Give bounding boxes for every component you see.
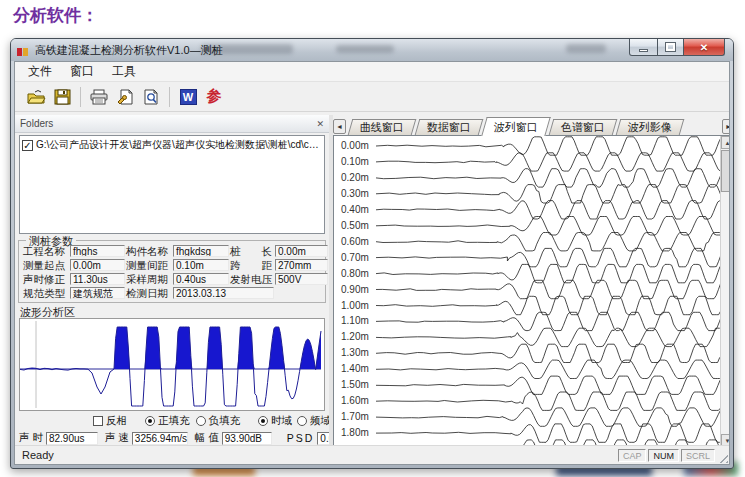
param-field[interactable]: 建筑规范 — [70, 287, 125, 299]
tab-波列窗口[interactable]: 波列窗口 — [481, 117, 550, 136]
client-area: 文件 窗口 工具 — [14, 61, 730, 465]
panel-close-icon[interactable]: ✕ — [316, 119, 324, 129]
status-bar: Ready CAP NUM SCRL — [15, 445, 729, 464]
depth-label: 1.60m — [341, 395, 375, 406]
param-field[interactable]: 0.10m — [173, 259, 229, 271]
toolbar-separator — [80, 87, 81, 107]
analysis-waveform — [20, 319, 324, 410]
tab-label: 波列窗口 — [494, 120, 538, 135]
tab-波列影像[interactable]: 波列影像 — [616, 119, 685, 135]
param-field[interactable]: 0.40us — [173, 273, 229, 285]
radio-negative-fill[interactable] — [196, 416, 206, 426]
maximize-button[interactable] — [657, 39, 684, 56]
invert-checkbox[interactable] — [93, 416, 103, 426]
status-indicators: CAP NUM SCRL — [618, 449, 715, 462]
psd-label: PSD — [287, 432, 315, 444]
param-label: 构件名称 — [126, 245, 172, 257]
save-floppy-icon — [54, 89, 71, 105]
param-label: 桩 长 — [230, 245, 274, 257]
param-label: 工程名称 — [23, 245, 69, 257]
toolbar: W 参 — [15, 82, 729, 112]
radio-time-domain[interactable] — [258, 416, 268, 426]
param-field[interactable]: 2013.03.13 — [173, 287, 274, 299]
radio-freq-domain[interactable] — [297, 416, 307, 426]
export-report-button[interactable] — [112, 85, 138, 109]
toolbar-separator — [169, 87, 170, 107]
display-controls: 反相 正填充 负填充 时域 频域 — [93, 414, 331, 428]
wave-list-plot[interactable]: 0.00m0.10m0.20m0.30m0.40m0.50m0.60m0.70m… — [333, 135, 730, 448]
tree-checkbox[interactable]: ✓ — [22, 140, 33, 151]
save-button[interactable] — [49, 85, 75, 109]
scroll-up-button[interactable]: ▲ — [721, 136, 730, 149]
freq-domain-label: 频域 — [310, 414, 331, 428]
param-field[interactable]: 500V — [275, 273, 328, 285]
param-field[interactable]: 270mm — [275, 259, 328, 271]
wave-path — [376, 264, 720, 282]
tab-scroll-left-button[interactable]: ◄ — [333, 119, 346, 134]
wave-analysis-area[interactable] — [19, 318, 325, 411]
desktop-artifact — [336, 45, 394, 53]
tree-item[interactable]: ✓ G:\公司产品设计开发\超声仪器\超声仪实地检测数据\测桩\cd\cd03\… — [20, 136, 324, 154]
param-label: 规范类型 — [23, 287, 69, 299]
wave-path — [376, 424, 720, 442]
depth-label: 1.20m — [341, 331, 375, 342]
parameters-button[interactable]: 参 — [201, 85, 227, 109]
tree-item-path: G:\公司产品设计开发\超声仪器\超声仪实地检测数据\测桩\cd\cd03\cd… — [36, 138, 322, 152]
param-label: 测量起点 — [23, 259, 69, 271]
sound-time-field[interactable]: 82.90us — [46, 432, 98, 445]
tab-曲线窗口[interactable]: 曲线窗口 — [348, 119, 417, 135]
vertical-scrollbar[interactable]: ▲ ▼ — [720, 136, 730, 447]
depth-label: 0.80m — [341, 268, 375, 279]
wave-path — [20, 327, 321, 369]
app-icon — [17, 44, 31, 56]
depth-label: 1.00m — [341, 300, 375, 311]
tab-label: 色谱窗口 — [561, 120, 605, 135]
tab-label: 数据窗口 — [427, 120, 471, 135]
folder-tree[interactable]: ✓ G:\公司产品设计开发\超声仪器\超声仪实地检测数据\测桩\cd\cd03\… — [19, 135, 325, 234]
word-export-button[interactable]: W — [175, 85, 201, 109]
page-heading: 分析软件： — [13, 4, 98, 27]
wave-path — [376, 392, 721, 410]
open-button[interactable] — [23, 85, 49, 109]
param-field[interactable]: 11.30us — [70, 273, 125, 285]
menu-window[interactable]: 窗口 — [61, 61, 103, 82]
print-preview-button[interactable] — [138, 85, 164, 109]
depth-label: 0.60m — [341, 236, 375, 247]
minimize-button[interactable] — [629, 39, 658, 56]
radio-positive-fill[interactable] — [145, 416, 155, 426]
sound-speed-field[interactable]: 3256.94m/s — [132, 432, 188, 445]
window-controls: ✕ — [630, 39, 725, 56]
depth-label: 1.10m — [341, 315, 375, 326]
scrollbar-thumb[interactable] — [721, 150, 730, 192]
param-field[interactable]: fhgkdsg — [173, 245, 229, 257]
tab-bar: ◄ 曲线窗口数据窗口波列窗口色谱窗口波列影像 ► — [333, 116, 730, 135]
print-button[interactable] — [86, 85, 112, 109]
tab-label: 波列影像 — [628, 120, 672, 135]
tab-label: 曲线窗口 — [360, 120, 404, 135]
params-grid: 工程名称fhghs构件名称fhgkdsg桩 长0.00m测量起点0.00m测量间… — [23, 245, 328, 299]
param-field[interactable]: 0.00m — [70, 259, 125, 271]
param-field[interactable]: fhghs — [70, 245, 125, 257]
amplitude-field[interactable]: 93.90dB — [222, 432, 272, 445]
param-label: 检测日期 — [126, 287, 172, 299]
tab-数据窗口[interactable]: 数据窗口 — [415, 119, 484, 135]
menu-tools[interactable]: 工具 — [103, 61, 145, 82]
depth-label: 0.30m — [341, 188, 375, 199]
title-bar[interactable]: 高铁建混凝土检测分析软件V1.0—测桩 ✕ — [11, 39, 733, 61]
depth-label: 0.70m — [341, 252, 375, 263]
menu-file[interactable]: 文件 — [19, 61, 61, 82]
page-tool-icon — [116, 89, 134, 105]
param-field[interactable]: 0.00m — [275, 245, 328, 257]
tab-色谱窗口[interactable]: 色谱窗口 — [549, 119, 618, 135]
folders-title: Folders — [20, 118, 53, 129]
close-button[interactable]: ✕ — [683, 39, 725, 56]
maximize-icon — [666, 43, 675, 51]
menu-bar: 文件 窗口 工具 — [15, 62, 729, 82]
minimize-icon — [639, 49, 648, 52]
tab-scroll-right-button[interactable]: ► — [722, 119, 730, 134]
depth-label: 1.50m — [341, 379, 375, 390]
close-icon: ✕ — [700, 42, 708, 53]
resize-grip[interactable] — [716, 451, 728, 463]
sound-time-label: 声 时 — [19, 431, 43, 445]
depth-label: 1.30m — [341, 347, 375, 358]
